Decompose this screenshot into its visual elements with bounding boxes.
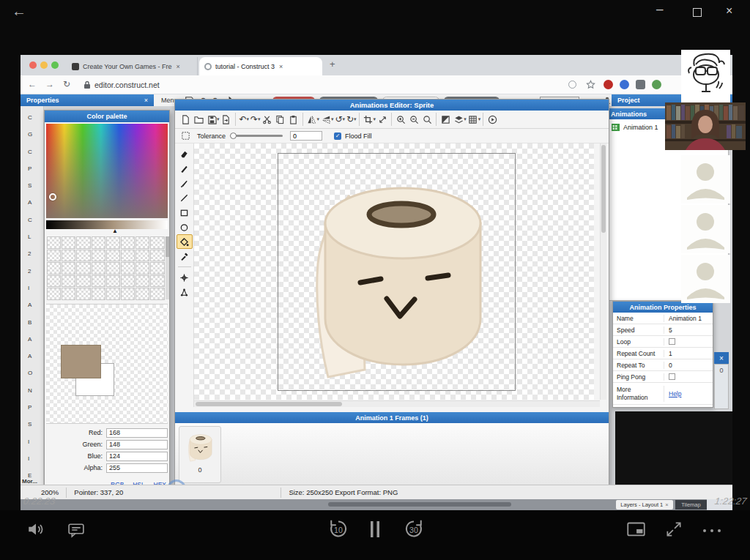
palette-swatch[interactable]	[92, 262, 105, 275]
palette-swatch[interactable]	[76, 250, 90, 262]
pip-button[interactable]	[626, 520, 646, 542]
selection-icon[interactable]	[179, 129, 191, 143]
extension-gray-icon[interactable]	[636, 80, 645, 89]
extension-red-icon[interactable]	[604, 80, 613, 89]
palette-swatch[interactable]	[135, 250, 149, 262]
url-text[interactable]: editor.construct.net	[94, 81, 160, 89]
palette-swatch[interactable]	[106, 262, 120, 275]
palette-swatch[interactable]	[150, 262, 164, 275]
palette-swatch[interactable]	[47, 236, 61, 249]
paste-icon[interactable]	[287, 112, 300, 127]
palette-swatch[interactable]	[135, 275, 149, 288]
profile-avatar[interactable]	[652, 80, 661, 89]
palette-swatch[interactable]	[150, 275, 164, 288]
tilemap-tab[interactable]: Tilemap	[675, 500, 707, 509]
nav-forward-icon[interactable]: →	[45, 79, 54, 89]
resize-icon[interactable]	[376, 112, 389, 127]
palette-swatch[interactable]	[121, 288, 135, 300]
mac-close-light[interactable]	[29, 61, 37, 69]
browser-tab-active[interactable]: tutorial - Construct 3 ×	[199, 57, 322, 75]
ping-pong-checkbox[interactable]	[669, 373, 675, 380]
palette-swatch[interactable]	[106, 250, 120, 262]
zoom-in-icon[interactable]	[394, 112, 407, 127]
palette-swatch[interactable]	[76, 236, 90, 249]
canvas-horizontal-scrollbar[interactable]	[194, 400, 600, 407]
canvas-vertical-scrollbar[interactable]	[600, 143, 606, 400]
side-panel-strip[interactable]: 0	[714, 364, 729, 409]
page-info-icon[interactable]	[568, 81, 576, 89]
property-value[interactable]: 1	[664, 350, 672, 357]
palette-swatch[interactable]	[106, 275, 120, 288]
maximize-button[interactable]	[693, 8, 702, 17]
nav-reload-icon[interactable]: ↻	[63, 79, 70, 89]
eraser-tool-icon[interactable]	[177, 146, 193, 161]
palette-swatch[interactable]	[135, 288, 149, 300]
zoom-reset-icon[interactable]	[420, 112, 434, 127]
palette-swatch[interactable]	[92, 275, 105, 288]
export-icon[interactable]	[220, 112, 233, 127]
value-slider-marker[interactable]: ▲	[112, 228, 118, 234]
palette-swatch[interactable]	[121, 262, 135, 275]
back-button[interactable]: ←	[12, 3, 26, 20]
palette-swatch[interactable]	[62, 236, 75, 249]
image-points-tool-icon[interactable]	[177, 285, 193, 299]
frame-thumbnail[interactable]: 0	[179, 426, 221, 483]
color-palette-header[interactable]: Color palette	[45, 111, 169, 122]
palette-swatch[interactable]	[135, 236, 149, 249]
layers-layout-tab[interactable]: Layers - Layout 1 ×	[616, 500, 673, 509]
palette-swatch[interactable]	[62, 288, 75, 300]
swatch-scrollbar[interactable]	[166, 236, 169, 299]
palette-swatch[interactable]	[121, 250, 135, 262]
palette-swatch[interactable]	[47, 250, 61, 262]
property-value[interactable]: 0	[664, 362, 672, 369]
bookmark-star-icon[interactable]	[586, 80, 595, 89]
palette-swatch[interactable]	[76, 275, 90, 288]
palette-swatch[interactable]	[106, 236, 120, 249]
line-tool-icon[interactable]	[177, 190, 193, 205]
palette-swatch[interactable]	[62, 262, 75, 275]
red-field[interactable]	[106, 428, 168, 438]
new-tab-button[interactable]: +	[330, 59, 335, 70]
green-field[interactable]	[106, 440, 168, 449]
color-picker-cursor[interactable]	[49, 193, 56, 201]
more-options-button[interactable]	[702, 525, 722, 538]
palette-swatch[interactable]	[62, 275, 75, 288]
minimize-button[interactable]: –	[656, 2, 663, 17]
new-image-icon[interactable]	[179, 112, 192, 127]
captions-button[interactable]	[67, 520, 86, 542]
property-value[interactable]: Animation 1	[664, 315, 702, 322]
value-slider[interactable]	[46, 220, 168, 229]
palette-swatch[interactable]	[150, 288, 164, 300]
palette-swatch[interactable]	[121, 275, 135, 288]
palette-swatch[interactable]	[92, 236, 105, 249]
invert-icon[interactable]	[439, 112, 452, 127]
sprite-image-bounds[interactable]	[278, 153, 516, 391]
help-link[interactable]: Help	[664, 390, 681, 397]
pause-button[interactable]	[369, 520, 381, 542]
tab-close-icon[interactable]: ×	[665, 501, 668, 508]
palette-swatch[interactable]	[150, 236, 164, 249]
palette-swatch[interactable]	[92, 288, 105, 300]
mac-minimize-light[interactable]	[40, 61, 48, 69]
tolerance-slider[interactable]	[230, 135, 283, 137]
browser-tab-inactive[interactable]: Create Your Own Games - Fre ×	[67, 57, 198, 75]
grid-caret-icon[interactable]: ▾	[478, 116, 481, 122]
cut-icon[interactable]	[261, 112, 274, 127]
zoom-out-icon[interactable]	[407, 112, 420, 127]
flood-fill-checkbox[interactable]: ✓	[334, 132, 341, 140]
tab-close-icon[interactable]: ×	[177, 63, 180, 70]
animation-properties-header[interactable]: Animation Properties	[613, 302, 713, 313]
brush-tool-icon[interactable]	[177, 161, 193, 176]
property-value[interactable]: 5	[664, 326, 672, 334]
palette-swatch[interactable]	[121, 236, 135, 249]
blue-field[interactable]	[106, 452, 168, 461]
extension-blue-icon[interactable]	[620, 80, 629, 89]
fullscreen-button[interactable]	[664, 520, 683, 542]
rotate-cw-caret-icon[interactable]: ▾	[354, 116, 357, 122]
palette-swatch[interactable]	[135, 262, 149, 275]
origin-tool-icon[interactable]	[177, 270, 193, 285]
tolerance-value-field[interactable]	[290, 131, 322, 141]
palette-swatch[interactable]	[62, 250, 75, 262]
horizontal-scroll-thumb[interactable]	[328, 502, 511, 507]
palette-swatch[interactable]	[76, 262, 90, 275]
